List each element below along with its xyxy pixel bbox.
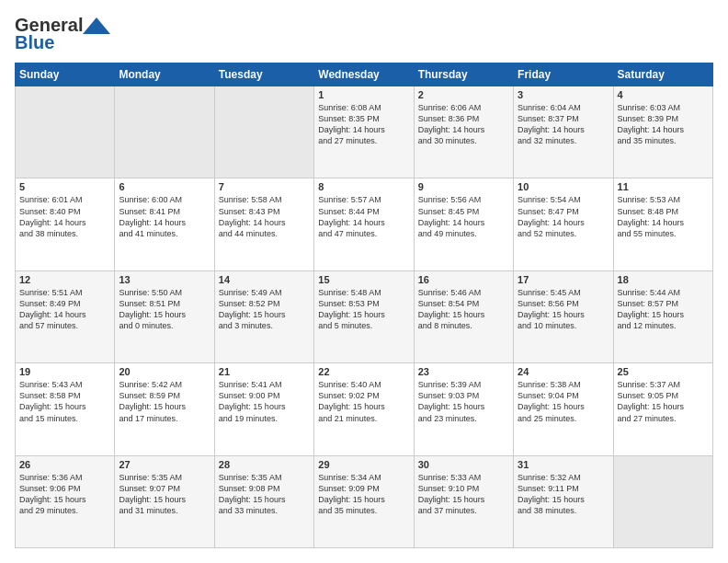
day-info: Sunrise: 5:51 AM Sunset: 8:49 PM Dayligh…	[19, 287, 110, 332]
day-info: Sunrise: 6:00 AM Sunset: 8:41 PM Dayligh…	[119, 194, 210, 239]
day-number: 17	[518, 274, 609, 285]
day-number: 11	[618, 181, 709, 192]
calendar-week-2: 5Sunrise: 6:01 AM Sunset: 8:40 PM Daylig…	[16, 178, 713, 270]
day-info: Sunrise: 5:50 AM Sunset: 8:51 PM Dayligh…	[119, 287, 210, 332]
calendar-cell: 30Sunrise: 5:33 AM Sunset: 9:10 PM Dayli…	[414, 455, 513, 547]
day-info: Sunrise: 5:53 AM Sunset: 8:48 PM Dayligh…	[618, 194, 709, 239]
weekday-header-row: SundayMondayTuesdayWednesdayThursdayFrid…	[16, 63, 713, 86]
day-number: 18	[618, 274, 709, 285]
logo-icon	[83, 17, 110, 34]
day-number: 8	[318, 181, 409, 192]
weekday-friday: Friday	[514, 63, 613, 86]
day-info: Sunrise: 5:36 AM Sunset: 9:06 PM Dayligh…	[19, 472, 110, 517]
calendar-week-3: 12Sunrise: 5:51 AM Sunset: 8:49 PM Dayli…	[16, 270, 713, 362]
calendar-cell: 4Sunrise: 6:03 AM Sunset: 8:39 PM Daylig…	[613, 86, 712, 178]
day-number: 2	[418, 89, 509, 100]
day-info: Sunrise: 5:45 AM Sunset: 8:56 PM Dayligh…	[518, 287, 609, 332]
day-info: Sunrise: 6:04 AM Sunset: 8:37 PM Dayligh…	[518, 102, 609, 147]
weekday-sunday: Sunday	[16, 63, 115, 86]
day-number: 27	[119, 459, 210, 470]
calendar-body: 1Sunrise: 6:08 AM Sunset: 8:35 PM Daylig…	[16, 86, 713, 548]
calendar-cell: 3Sunrise: 6:04 AM Sunset: 8:37 PM Daylig…	[514, 86, 613, 178]
day-info: Sunrise: 6:01 AM Sunset: 8:40 PM Dayligh…	[19, 194, 110, 239]
day-info: Sunrise: 5:56 AM Sunset: 8:45 PM Dayligh…	[418, 194, 509, 239]
day-number: 9	[418, 181, 509, 192]
calendar-header: SundayMondayTuesdayWednesdayThursdayFrid…	[16, 63, 713, 86]
day-info: Sunrise: 5:37 AM Sunset: 9:05 PM Dayligh…	[618, 379, 709, 424]
calendar-week-1: 1Sunrise: 6:08 AM Sunset: 8:35 PM Daylig…	[16, 86, 713, 178]
day-number: 23	[418, 366, 509, 377]
day-number: 10	[518, 181, 609, 192]
calendar-cell: 7Sunrise: 5:58 AM Sunset: 8:43 PM Daylig…	[214, 178, 313, 270]
calendar-cell: 26Sunrise: 5:36 AM Sunset: 9:06 PM Dayli…	[16, 455, 115, 547]
calendar-cell: 10Sunrise: 5:54 AM Sunset: 8:47 PM Dayli…	[514, 178, 613, 270]
day-info: Sunrise: 5:34 AM Sunset: 9:09 PM Dayligh…	[318, 472, 409, 517]
calendar-cell: 12Sunrise: 5:51 AM Sunset: 8:49 PM Dayli…	[16, 270, 115, 362]
calendar-cell: 21Sunrise: 5:41 AM Sunset: 9:00 PM Dayli…	[214, 363, 313, 455]
calendar-cell: 11Sunrise: 5:53 AM Sunset: 8:48 PM Dayli…	[613, 178, 712, 270]
day-number: 31	[518, 459, 609, 470]
day-info: Sunrise: 5:58 AM Sunset: 8:43 PM Dayligh…	[219, 194, 310, 239]
day-number: 12	[19, 274, 110, 285]
calendar-cell	[613, 455, 712, 547]
calendar-cell: 15Sunrise: 5:48 AM Sunset: 8:53 PM Dayli…	[314, 270, 414, 362]
calendar-cell: 6Sunrise: 6:00 AM Sunset: 8:41 PM Daylig…	[115, 178, 214, 270]
day-info: Sunrise: 6:03 AM Sunset: 8:39 PM Dayligh…	[618, 102, 709, 147]
day-number: 24	[518, 366, 609, 377]
calendar-cell: 31Sunrise: 5:32 AM Sunset: 9:11 PM Dayli…	[514, 455, 613, 547]
day-info: Sunrise: 5:38 AM Sunset: 9:04 PM Dayligh…	[518, 379, 609, 424]
calendar-cell: 27Sunrise: 5:35 AM Sunset: 9:07 PM Dayli…	[115, 455, 214, 547]
calendar-cell: 16Sunrise: 5:46 AM Sunset: 8:54 PM Dayli…	[414, 270, 513, 362]
day-number: 15	[318, 274, 409, 285]
logo-blue: Blue	[15, 32, 54, 53]
weekday-tuesday: Tuesday	[214, 63, 313, 86]
day-info: Sunrise: 5:41 AM Sunset: 9:00 PM Dayligh…	[219, 379, 310, 424]
day-info: Sunrise: 5:43 AM Sunset: 8:58 PM Dayligh…	[19, 379, 110, 424]
day-info: Sunrise: 5:48 AM Sunset: 8:53 PM Dayligh…	[318, 287, 409, 332]
day-number: 20	[119, 366, 210, 377]
calendar-table: SundayMondayTuesdayWednesdayThursdayFrid…	[15, 63, 713, 548]
weekday-thursday: Thursday	[414, 63, 513, 86]
calendar-cell: 9Sunrise: 5:56 AM Sunset: 8:45 PM Daylig…	[414, 178, 513, 270]
day-number: 25	[618, 366, 709, 377]
day-number: 3	[518, 89, 609, 100]
calendar-week-5: 26Sunrise: 5:36 AM Sunset: 9:06 PM Dayli…	[16, 455, 713, 547]
logo: General Blue	[15, 15, 110, 53]
header: General Blue	[15, 15, 713, 53]
day-number: 14	[219, 274, 310, 285]
calendar-cell: 17Sunrise: 5:45 AM Sunset: 8:56 PM Dayli…	[514, 270, 613, 362]
day-info: Sunrise: 5:42 AM Sunset: 8:59 PM Dayligh…	[119, 379, 210, 424]
calendar-cell	[16, 86, 115, 178]
calendar-cell: 13Sunrise: 5:50 AM Sunset: 8:51 PM Dayli…	[115, 270, 214, 362]
day-info: Sunrise: 6:06 AM Sunset: 8:36 PM Dayligh…	[418, 102, 509, 147]
day-number: 19	[19, 366, 110, 377]
weekday-wednesday: Wednesday	[314, 63, 414, 86]
day-number: 26	[19, 459, 110, 470]
calendar-cell	[115, 86, 214, 178]
calendar-cell: 28Sunrise: 5:35 AM Sunset: 9:08 PM Dayli…	[214, 455, 313, 547]
calendar-cell: 1Sunrise: 6:08 AM Sunset: 8:35 PM Daylig…	[314, 86, 414, 178]
day-info: Sunrise: 5:35 AM Sunset: 9:08 PM Dayligh…	[219, 472, 310, 517]
day-number: 28	[219, 459, 310, 470]
day-info: Sunrise: 5:54 AM Sunset: 8:47 PM Dayligh…	[518, 194, 609, 239]
day-info: Sunrise: 5:44 AM Sunset: 8:57 PM Dayligh…	[618, 287, 709, 332]
day-number: 29	[318, 459, 409, 470]
day-info: Sunrise: 5:39 AM Sunset: 9:03 PM Dayligh…	[418, 379, 509, 424]
day-number: 1	[318, 89, 409, 100]
weekday-saturday: Saturday	[613, 63, 712, 86]
calendar-cell: 5Sunrise: 6:01 AM Sunset: 8:40 PM Daylig…	[16, 178, 115, 270]
calendar-cell: 8Sunrise: 5:57 AM Sunset: 8:44 PM Daylig…	[314, 178, 414, 270]
day-info: Sunrise: 5:40 AM Sunset: 9:02 PM Dayligh…	[318, 379, 409, 424]
calendar-cell: 14Sunrise: 5:49 AM Sunset: 8:52 PM Dayli…	[214, 270, 313, 362]
day-number: 7	[219, 181, 310, 192]
day-number: 30	[418, 459, 509, 470]
day-number: 13	[119, 274, 210, 285]
calendar-cell: 24Sunrise: 5:38 AM Sunset: 9:04 PM Dayli…	[514, 363, 613, 455]
calendar-cell	[214, 86, 313, 178]
svg-marker-0	[83, 17, 110, 34]
day-info: Sunrise: 5:57 AM Sunset: 8:44 PM Dayligh…	[318, 194, 409, 239]
calendar-cell: 2Sunrise: 6:06 AM Sunset: 8:36 PM Daylig…	[414, 86, 513, 178]
day-info: Sunrise: 5:49 AM Sunset: 8:52 PM Dayligh…	[219, 287, 310, 332]
calendar-cell: 18Sunrise: 5:44 AM Sunset: 8:57 PM Dayli…	[613, 270, 712, 362]
weekday-monday: Monday	[115, 63, 214, 86]
